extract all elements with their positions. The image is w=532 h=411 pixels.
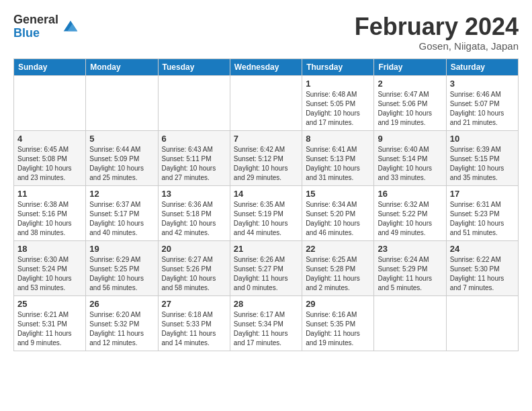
day-info: Sunrise: 6:45 AM Sunset: 5:08 PM Dayligh… [17, 145, 82, 183]
day-number: 2 [378, 79, 442, 89]
logo-blue: Blue [13, 27, 58, 40]
calendar-day-cell: 27Sunrise: 6:18 AM Sunset: 5:33 PM Dayli… [158, 295, 230, 351]
day-info: Sunrise: 6:40 AM Sunset: 5:14 PM Dayligh… [378, 145, 442, 183]
calendar-day-cell: 24Sunrise: 6:22 AM Sunset: 5:30 PM Dayli… [446, 240, 518, 295]
day-info: Sunrise: 6:38 AM Sunset: 5:16 PM Dayligh… [17, 200, 82, 238]
calendar-day-cell: 21Sunrise: 6:26 AM Sunset: 5:27 PM Dayli… [230, 240, 302, 295]
day-number: 14 [234, 189, 298, 199]
logo: General Blue [13, 13, 80, 40]
calendar-day-cell: 10Sunrise: 6:39 AM Sunset: 5:15 PM Dayli… [446, 130, 518, 185]
day-number: 20 [162, 244, 226, 254]
calendar-week-row: 4Sunrise: 6:45 AM Sunset: 5:08 PM Daylig… [14, 130, 519, 185]
weekday-header-cell: Wednesday [230, 58, 302, 75]
day-number: 16 [378, 189, 442, 199]
calendar-day-cell: 4Sunrise: 6:45 AM Sunset: 5:08 PM Daylig… [14, 130, 86, 185]
day-number: 6 [162, 134, 226, 144]
day-info: Sunrise: 6:21 AM Sunset: 5:31 PM Dayligh… [17, 310, 82, 348]
day-number: 19 [89, 244, 154, 254]
title-area: February 2024 Gosen, Niigata, Japan [355, 13, 519, 52]
weekday-header-cell: Sunday [14, 58, 86, 75]
day-number: 18 [17, 244, 82, 254]
logo-general: General [13, 13, 58, 27]
calendar-day-cell: 6Sunrise: 6:43 AM Sunset: 5:11 PM Daylig… [158, 130, 230, 185]
calendar-day-cell [446, 295, 518, 351]
day-number: 3 [450, 79, 515, 89]
calendar-day-cell: 13Sunrise: 6:36 AM Sunset: 5:18 PM Dayli… [158, 185, 230, 240]
day-info: Sunrise: 6:24 AM Sunset: 5:29 PM Dayligh… [378, 255, 442, 293]
calendar-day-cell: 7Sunrise: 6:42 AM Sunset: 5:12 PM Daylig… [230, 130, 302, 185]
day-number: 7 [234, 134, 298, 144]
day-number: 11 [17, 189, 82, 199]
calendar-week-row: 1Sunrise: 6:48 AM Sunset: 5:05 PM Daylig… [14, 75, 519, 130]
month-title: February 2024 [355, 13, 519, 40]
calendar-week-row: 11Sunrise: 6:38 AM Sunset: 5:16 PM Dayli… [14, 185, 519, 240]
day-info: Sunrise: 6:47 AM Sunset: 5:06 PM Dayligh… [378, 90, 442, 128]
day-number: 15 [306, 189, 370, 199]
day-info: Sunrise: 6:25 AM Sunset: 5:28 PM Dayligh… [306, 255, 370, 293]
calendar-table: SundayMondayTuesdayWednesdayThursdayFrid… [13, 58, 519, 351]
weekday-header-cell: Friday [374, 58, 446, 75]
day-number: 27 [162, 299, 226, 309]
day-info: Sunrise: 6:37 AM Sunset: 5:17 PM Dayligh… [89, 200, 154, 238]
calendar-day-cell: 29Sunrise: 6:16 AM Sunset: 5:35 PM Dayli… [302, 295, 374, 351]
calendar-day-cell: 15Sunrise: 6:34 AM Sunset: 5:20 PM Dayli… [302, 185, 374, 240]
weekday-header-cell: Monday [86, 58, 158, 75]
day-info: Sunrise: 6:42 AM Sunset: 5:12 PM Dayligh… [234, 145, 298, 183]
day-info: Sunrise: 6:41 AM Sunset: 5:13 PM Dayligh… [306, 145, 370, 183]
day-number: 26 [89, 299, 154, 309]
day-info: Sunrise: 6:20 AM Sunset: 5:32 PM Dayligh… [89, 310, 154, 348]
day-number: 28 [234, 299, 298, 309]
calendar-day-cell: 22Sunrise: 6:25 AM Sunset: 5:28 PM Dayli… [302, 240, 374, 295]
calendar-week-row: 25Sunrise: 6:21 AM Sunset: 5:31 PM Dayli… [14, 295, 519, 351]
day-info: Sunrise: 6:34 AM Sunset: 5:20 PM Dayligh… [306, 200, 370, 238]
day-info: Sunrise: 6:18 AM Sunset: 5:33 PM Dayligh… [162, 310, 226, 348]
location: Gosen, Niigata, Japan [355, 40, 519, 52]
weekday-header-cell: Thursday [302, 58, 374, 75]
day-number: 1 [306, 79, 370, 89]
day-number: 17 [450, 189, 515, 199]
day-number: 29 [306, 299, 370, 309]
calendar-week-row: 18Sunrise: 6:30 AM Sunset: 5:24 PM Dayli… [14, 240, 519, 295]
day-info: Sunrise: 6:30 AM Sunset: 5:24 PM Dayligh… [17, 255, 82, 293]
calendar-day-cell [14, 75, 86, 130]
calendar-day-cell [230, 75, 302, 130]
day-number: 24 [450, 244, 515, 254]
day-number: 13 [162, 189, 226, 199]
calendar-body: 1Sunrise: 6:48 AM Sunset: 5:05 PM Daylig… [14, 75, 519, 351]
day-info: Sunrise: 6:48 AM Sunset: 5:05 PM Dayligh… [306, 90, 370, 128]
weekday-header-cell: Tuesday [158, 58, 230, 75]
calendar-day-cell [374, 295, 446, 351]
calendar-day-cell: 12Sunrise: 6:37 AM Sunset: 5:17 PM Dayli… [86, 185, 158, 240]
calendar-day-cell: 14Sunrise: 6:35 AM Sunset: 5:19 PM Dayli… [230, 185, 302, 240]
day-number: 22 [306, 244, 370, 254]
day-info: Sunrise: 6:26 AM Sunset: 5:27 PM Dayligh… [234, 255, 298, 293]
day-info: Sunrise: 6:17 AM Sunset: 5:34 PM Dayligh… [234, 310, 298, 348]
calendar-day-cell: 2Sunrise: 6:47 AM Sunset: 5:06 PM Daylig… [374, 75, 446, 130]
calendar-day-cell: 25Sunrise: 6:21 AM Sunset: 5:31 PM Dayli… [14, 295, 86, 351]
day-number: 23 [378, 244, 442, 254]
calendar-day-cell [86, 75, 158, 130]
day-info: Sunrise: 6:31 AM Sunset: 5:23 PM Dayligh… [450, 200, 515, 238]
calendar-day-cell: 26Sunrise: 6:20 AM Sunset: 5:32 PM Dayli… [86, 295, 158, 351]
day-info: Sunrise: 6:16 AM Sunset: 5:35 PM Dayligh… [306, 310, 370, 348]
day-number: 9 [378, 134, 442, 144]
weekday-header-row: SundayMondayTuesdayWednesdayThursdayFrid… [14, 58, 519, 75]
calendar-day-cell: 9Sunrise: 6:40 AM Sunset: 5:14 PM Daylig… [374, 130, 446, 185]
day-number: 10 [450, 134, 515, 144]
day-number: 21 [234, 244, 298, 254]
day-info: Sunrise: 6:43 AM Sunset: 5:11 PM Dayligh… [162, 145, 226, 183]
day-number: 12 [89, 189, 154, 199]
calendar-day-cell [158, 75, 230, 130]
weekday-header-cell: Saturday [446, 58, 518, 75]
calendar-day-cell: 1Sunrise: 6:48 AM Sunset: 5:05 PM Daylig… [302, 75, 374, 130]
day-info: Sunrise: 6:39 AM Sunset: 5:15 PM Dayligh… [450, 145, 515, 183]
logo-text: General Blue [13, 13, 58, 40]
day-number: 8 [306, 134, 370, 144]
calendar-day-cell: 17Sunrise: 6:31 AM Sunset: 5:23 PM Dayli… [446, 185, 518, 240]
page-header: General Blue February 2024 Gosen, Niigat… [13, 13, 519, 52]
day-info: Sunrise: 6:35 AM Sunset: 5:19 PM Dayligh… [234, 200, 298, 238]
calendar-day-cell: 23Sunrise: 6:24 AM Sunset: 5:29 PM Dayli… [374, 240, 446, 295]
day-info: Sunrise: 6:29 AM Sunset: 5:25 PM Dayligh… [89, 255, 154, 293]
calendar-day-cell: 19Sunrise: 6:29 AM Sunset: 5:25 PM Dayli… [86, 240, 158, 295]
calendar-day-cell: 20Sunrise: 6:27 AM Sunset: 5:26 PM Dayli… [158, 240, 230, 295]
